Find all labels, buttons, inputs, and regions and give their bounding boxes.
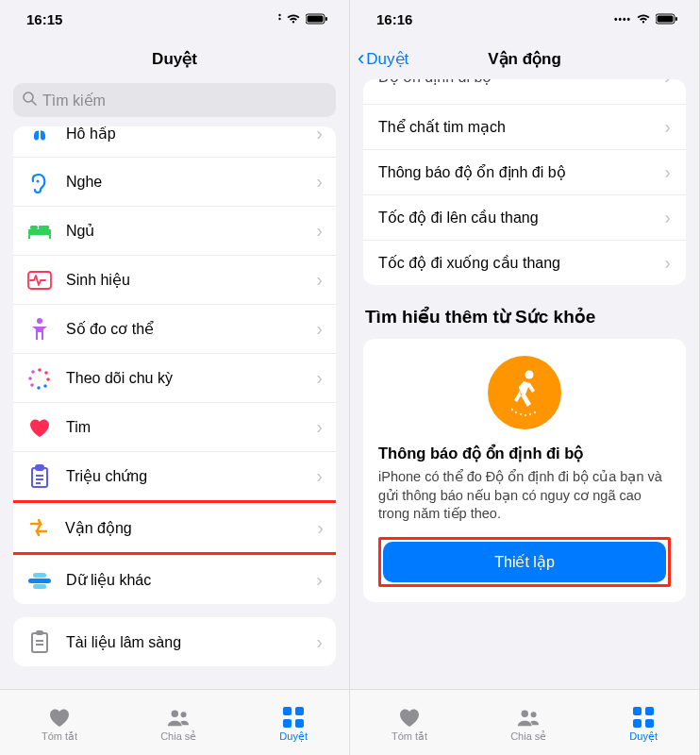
tab-label: Chia sẻ xyxy=(160,730,196,743)
lungs-icon xyxy=(26,128,53,155)
phone-browse: 16:15 Duyệt Tìm kiếm Hô hấp › Nghe › xyxy=(0,0,350,755)
chevron-right-icon: › xyxy=(316,367,323,389)
status-indicators: •••• xyxy=(614,13,678,25)
chevron-right-icon: › xyxy=(664,207,671,228)
row-label: Theo dõi chu kỳ xyxy=(66,370,316,387)
chevron-right-icon: › xyxy=(317,517,324,539)
tab-share[interactable]: Chia sẻ xyxy=(510,706,546,743)
svg-rect-24 xyxy=(36,465,43,470)
tab-bar: Tóm tắt Chia sẻ Duyệt xyxy=(350,689,699,755)
svg-rect-30 xyxy=(33,584,46,589)
chevron-right-icon: › xyxy=(316,269,323,291)
tab-browse[interactable]: Duyệt xyxy=(629,706,658,743)
row-stair-up[interactable]: Tốc độ đi lên cầu thang › xyxy=(363,194,686,240)
row-hearing[interactable]: Nghe › xyxy=(13,157,336,206)
highlight-activity: Vận động › xyxy=(13,500,336,555)
svg-point-48 xyxy=(525,414,526,416)
row-label: Vận động xyxy=(65,519,317,537)
wifi-icon xyxy=(286,13,301,25)
row-other[interactable]: Dữ liệu khác › xyxy=(13,555,336,604)
row-activity[interactable]: Vận động › xyxy=(13,503,336,552)
tab-label: Duyệt xyxy=(629,730,658,743)
search-field[interactable]: Tìm kiếm xyxy=(13,83,336,117)
row-walking-notification[interactable]: Thông báo độ ổn định đi bộ › xyxy=(363,149,686,194)
row-stair-down[interactable]: Tốc độ đi xuống cầu thang › xyxy=(363,240,686,285)
grid-icon xyxy=(631,706,656,729)
chevron-right-icon: › xyxy=(316,631,323,653)
tab-label: Tóm tắt xyxy=(42,730,77,743)
wifi-icon xyxy=(636,13,651,25)
row-walking-stability[interactable]: Độ ổn định đi bộ › xyxy=(363,79,686,104)
row-label: Tài liệu lâm sàng xyxy=(66,633,316,651)
svg-rect-32 xyxy=(36,630,43,635)
row-label: Triệu chứng xyxy=(66,467,316,485)
chevron-right-icon: › xyxy=(664,116,671,138)
row-label: Ngủ xyxy=(66,222,316,240)
svg-rect-40 xyxy=(295,719,304,728)
vitals-icon xyxy=(26,267,53,294)
tab-summary[interactable]: Tóm tắt xyxy=(392,706,427,743)
nav-title: Duyệt xyxy=(152,49,197,69)
tab-summary[interactable]: Tóm tắt xyxy=(42,706,77,743)
chevron-right-icon: › xyxy=(316,416,323,438)
svg-rect-56 xyxy=(645,719,654,728)
tab-share[interactable]: Chia sẻ xyxy=(160,706,196,743)
phone-activity: 16:16 •••• ‹ Duyệt Vận động Độ ổn định đ… xyxy=(350,0,700,755)
setup-button[interactable]: Thiết lập xyxy=(383,542,666,582)
status-time: 16:15 xyxy=(26,11,62,27)
row-body[interactable]: Số đo cơ thể › xyxy=(13,304,336,353)
svg-rect-9 xyxy=(28,235,30,239)
row-label: Số đo cơ thể xyxy=(66,320,316,338)
chevron-right-icon: › xyxy=(664,79,671,88)
tab-label: Tóm tắt xyxy=(392,730,427,743)
cycle-icon xyxy=(26,365,53,392)
svg-point-18 xyxy=(43,384,47,388)
svg-line-6 xyxy=(32,101,36,105)
row-cycle[interactable]: Theo dõi chu kỳ › xyxy=(13,353,336,402)
status-bar: 16:16 •••• xyxy=(350,0,699,38)
row-cardio[interactable]: Thể chất tim mạch › xyxy=(363,104,686,149)
svg-point-45 xyxy=(511,409,513,411)
row-clinical[interactable]: Tài liệu lâm sàng › xyxy=(13,617,336,666)
search-icon xyxy=(23,92,37,109)
battery-icon xyxy=(656,13,678,25)
svg-point-46 xyxy=(515,411,517,413)
row-label: Thông báo độ ổn định đi bộ xyxy=(378,163,664,181)
row-symptoms[interactable]: Triệu chứng › xyxy=(13,451,336,500)
tab-bar: Tóm tắt Chia sẻ Duyệt xyxy=(0,689,349,755)
back-label: Duyệt xyxy=(366,49,408,69)
row-heart[interactable]: Tim › xyxy=(13,402,336,451)
search-placeholder: Tìm kiếm xyxy=(42,92,106,109)
svg-rect-39 xyxy=(283,719,292,728)
svg-rect-42 xyxy=(658,16,674,23)
chevron-left-icon: ‹ xyxy=(358,48,364,69)
svg-rect-28 xyxy=(33,573,46,578)
row-respiratory[interactable]: Hô hấp › xyxy=(13,126,336,157)
status-indicators xyxy=(278,13,328,25)
chevron-right-icon: › xyxy=(316,569,323,591)
other-icon xyxy=(26,567,53,594)
svg-rect-3 xyxy=(308,16,324,23)
nav-bar: Duyệt xyxy=(0,38,349,79)
walking-icon xyxy=(488,356,561,429)
svg-point-14 xyxy=(37,318,42,324)
row-label: Dữ liệu khác xyxy=(66,571,316,589)
svg-point-21 xyxy=(28,377,32,380)
svg-point-35 xyxy=(172,711,178,717)
back-button[interactable]: ‹ Duyệt xyxy=(358,48,408,69)
svg-rect-12 xyxy=(39,226,49,229)
svg-rect-43 xyxy=(675,17,677,21)
section-header: Tìm hiểu thêm từ Sức khỏe xyxy=(365,306,684,327)
row-label: Tốc độ đi lên cầu thang xyxy=(378,209,664,226)
nav-title: Vận động xyxy=(488,49,561,69)
svg-point-49 xyxy=(529,413,531,415)
svg-point-36 xyxy=(181,712,187,717)
svg-point-52 xyxy=(531,712,537,717)
svg-point-22 xyxy=(31,370,35,374)
tab-browse[interactable]: Duyệt xyxy=(279,706,308,743)
row-vitals[interactable]: Sinh hiệu › xyxy=(13,255,336,304)
tab-label: Duyệt xyxy=(279,730,308,743)
activity-icon xyxy=(25,514,52,541)
document-icon xyxy=(26,629,53,655)
row-sleep[interactable]: Ngủ › xyxy=(13,206,336,255)
